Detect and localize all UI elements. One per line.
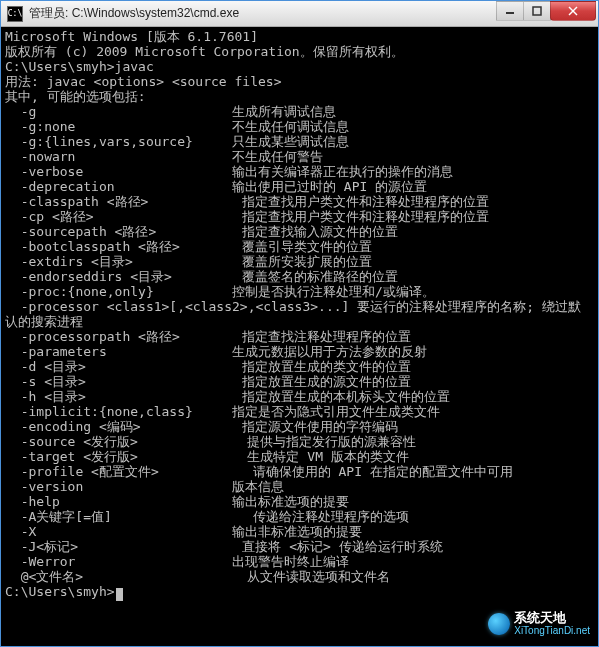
- terminal-line: -X 输出非标准选项的提要: [5, 524, 594, 539]
- terminal-line: -g:{lines,vars,source} 只生成某些调试信息: [5, 134, 594, 149]
- terminal-output[interactable]: Microsoft Windows [版本 6.1.7601]版权所有 (c) …: [1, 27, 598, 646]
- terminal-line: -extdirs <目录> 覆盖所安装扩展的位置: [5, 254, 594, 269]
- watermark-logo-icon: [488, 613, 510, 635]
- terminal-line: -version 版本信息: [5, 479, 594, 494]
- terminal-line: -d <目录> 指定放置生成的类文件的位置: [5, 359, 594, 374]
- terminal-line: 认的搜索进程: [5, 314, 594, 329]
- terminal-line: 用法: javac <options> <source files>: [5, 74, 594, 89]
- terminal-line: -processorpath <路径> 指定查找注释处理程序的位置: [5, 329, 594, 344]
- terminal-line: C:\Users\smyh>javac: [5, 59, 594, 74]
- terminal-line: -h <目录> 指定放置生成的本机标头文件的位置: [5, 389, 594, 404]
- terminal-line: -bootclasspath <路径> 覆盖引导类文件的位置: [5, 239, 594, 254]
- terminal-line: -source <发行版> 提供与指定发行版的源兼容性: [5, 434, 594, 449]
- terminal-line: -deprecation 输出使用已过时的 API 的源位置: [5, 179, 594, 194]
- watermark-url: XiTongTianDi.net: [514, 623, 590, 638]
- terminal-line: -g 生成所有调试信息: [5, 104, 594, 119]
- terminal-line: -implicit:{none,class} 指定是否为隐式引用文件生成类文件: [5, 404, 594, 419]
- terminal-line: -s <目录> 指定放置生成的源文件的位置: [5, 374, 594, 389]
- terminal-line: -parameters 生成元数据以用于方法参数的反射: [5, 344, 594, 359]
- terminal-line: 版权所有 (c) 2009 Microsoft Corporation。保留所有…: [5, 44, 594, 59]
- close-button[interactable]: [550, 1, 596, 21]
- terminal-line: -help 输出标准选项的提要: [5, 494, 594, 509]
- app-icon: C:\: [7, 6, 23, 22]
- terminal-line: -processor <class1>[,<class2>,<class3>..…: [5, 299, 594, 314]
- terminal-line: -classpath <路径> 指定查找用户类文件和注释处理程序的位置: [5, 194, 594, 209]
- terminal-line: -nowarn 不生成任何警告: [5, 149, 594, 164]
- terminal-line: -g:none 不生成任何调试信息: [5, 119, 594, 134]
- terminal-line: -A关键字[=值] 传递给注释处理程序的选项: [5, 509, 594, 524]
- terminal-line: -Werror 出现警告时终止编译: [5, 554, 594, 569]
- terminal-line: -profile <配置文件> 请确保使用的 API 在指定的配置文件中可用: [5, 464, 594, 479]
- cursor: [116, 588, 123, 601]
- terminal-line: -encoding <编码> 指定源文件使用的字符编码: [5, 419, 594, 434]
- terminal-line: -target <发行版> 生成特定 VM 版本的类文件: [5, 449, 594, 464]
- watermark: 系统天地 XiTongTianDi.net: [488, 610, 590, 638]
- terminal-line: 其中, 可能的选项包括:: [5, 89, 594, 104]
- terminal-line: @<文件名> 从文件读取选项和文件名: [5, 569, 594, 584]
- terminal-line: C:\Users\smyh>: [5, 584, 594, 599]
- terminal-line: Microsoft Windows [版本 6.1.7601]: [5, 29, 594, 44]
- window-controls: [497, 1, 596, 21]
- terminal-line: -endorseddirs <目录> 覆盖签名的标准路径的位置: [5, 269, 594, 284]
- maximize-button[interactable]: [523, 1, 551, 21]
- terminal-line: -verbose 输出有关编译器正在执行的操作的消息: [5, 164, 594, 179]
- window-title: 管理员: C:\Windows\system32\cmd.exe: [29, 5, 497, 22]
- maximize-icon: [532, 6, 542, 16]
- terminal-line: -cp <路径> 指定查找用户类文件和注释处理程序的位置: [5, 209, 594, 224]
- svg-rect-1: [533, 7, 541, 15]
- close-icon: [568, 6, 578, 16]
- terminal-line: -sourcepath <路径> 指定查找输入源文件的位置: [5, 224, 594, 239]
- cmd-window: C:\ 管理员: C:\Windows\system32\cmd.exe Mic…: [0, 0, 599, 647]
- minimize-icon: [505, 6, 515, 16]
- minimize-button[interactable]: [496, 1, 524, 21]
- terminal-line: -proc:{none,only} 控制是否执行注释处理和/或编译。: [5, 284, 594, 299]
- terminal-line: -J<标记> 直接将 <标记> 传递给运行时系统: [5, 539, 594, 554]
- titlebar[interactable]: C:\ 管理员: C:\Windows\system32\cmd.exe: [1, 1, 598, 27]
